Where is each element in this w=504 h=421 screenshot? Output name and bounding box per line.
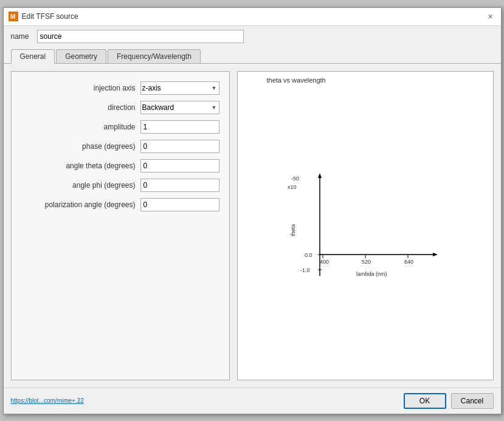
angle-theta-input[interactable]: [140, 159, 219, 173]
polarization-angle-row: polarization angle (degrees): [16, 198, 219, 211]
cancel-button[interactable]: Cancel: [451, 393, 494, 409]
app-icon: M: [9, 12, 18, 21]
polarization-angle-label: polarization angle (degrees): [45, 200, 136, 209]
title-text: Edit TFSF source: [22, 12, 78, 21]
svg-text:x10: x10: [288, 184, 297, 190]
svg-text:M: M: [10, 13, 15, 20]
angle-theta-row: angle theta (degrees): [16, 159, 219, 173]
fields-panel: injection axis x-axis y-axis z-axis dire…: [11, 71, 230, 380]
angle-phi-row: angle phi (degrees): [16, 179, 219, 192]
injection-axis-row: injection axis x-axis y-axis z-axis: [16, 81, 219, 95]
footer-link[interactable]: https://blot...com/mime+.22: [11, 397, 84, 404]
amplitude-row: amplitude: [16, 120, 219, 134]
tabs-bar: General Geometry Frequency/Wavelength: [4, 47, 501, 64]
svg-text:lambda (nm): lambda (nm): [356, 271, 387, 277]
svg-text:640: 640: [404, 259, 413, 265]
amplitude-input[interactable]: [140, 120, 219, 134]
injection-axis-select[interactable]: x-axis y-axis z-axis: [140, 81, 219, 95]
polarization-angle-input[interactable]: [140, 198, 219, 211]
name-label: name: [11, 32, 32, 41]
svg-marker-8: [433, 253, 438, 256]
title-bar-left: M Edit TFSF source: [9, 12, 78, 21]
chart-svg: -50 x10 theta 0.0: [243, 163, 488, 297]
angle-phi-label: angle phi (degrees): [72, 181, 135, 190]
phase-input[interactable]: [140, 140, 219, 153]
svg-text:520: 520: [362, 259, 371, 265]
chart-area: -50 x10 theta 0.0: [243, 86, 488, 375]
title-bar: M Edit TFSF source ×: [4, 8, 501, 26]
tab-general[interactable]: General: [11, 49, 55, 64]
chart-panel: theta vs wavelength -50 x10 theta: [237, 71, 494, 380]
svg-text:0.0: 0.0: [305, 252, 312, 258]
name-input[interactable]: [37, 30, 244, 43]
dialog-window: M Edit TFSF source × name General Geomet…: [3, 7, 502, 414]
footer: https://blot...com/mime+.22 OK Cancel: [4, 388, 501, 414]
name-row: name: [4, 26, 501, 47]
amplitude-label: amplitude: [103, 123, 135, 131]
injection-axis-select-wrapper: x-axis y-axis z-axis: [140, 81, 219, 95]
svg-text:-1.0: -1.0: [300, 267, 310, 273]
direction-label: direction: [108, 103, 135, 112]
phase-label: phase (degrees): [82, 142, 135, 151]
tab-geometry[interactable]: Geometry: [56, 49, 106, 63]
svg-text:theta: theta: [290, 224, 296, 236]
angle-theta-label: angle theta (degrees): [66, 162, 135, 170]
direction-row: direction Forward Backward: [16, 101, 219, 114]
svg-text:-50: -50: [291, 176, 299, 182]
direction-select-wrapper: Forward Backward: [140, 101, 219, 114]
direction-select[interactable]: Forward Backward: [140, 101, 219, 114]
angle-phi-input[interactable]: [140, 179, 219, 192]
svg-marker-6: [318, 173, 322, 178]
content-area: injection axis x-axis y-axis z-axis dire…: [4, 64, 501, 388]
chart-title: theta vs wavelength: [243, 77, 488, 84]
close-button[interactable]: ×: [485, 11, 496, 22]
injection-axis-label: injection axis: [94, 84, 136, 92]
svg-text:400: 400: [320, 259, 329, 265]
phase-row: phase (degrees): [16, 140, 219, 153]
tab-frequency-wavelength[interactable]: Frequency/Wavelength: [108, 49, 201, 63]
ok-button[interactable]: OK: [404, 393, 446, 409]
